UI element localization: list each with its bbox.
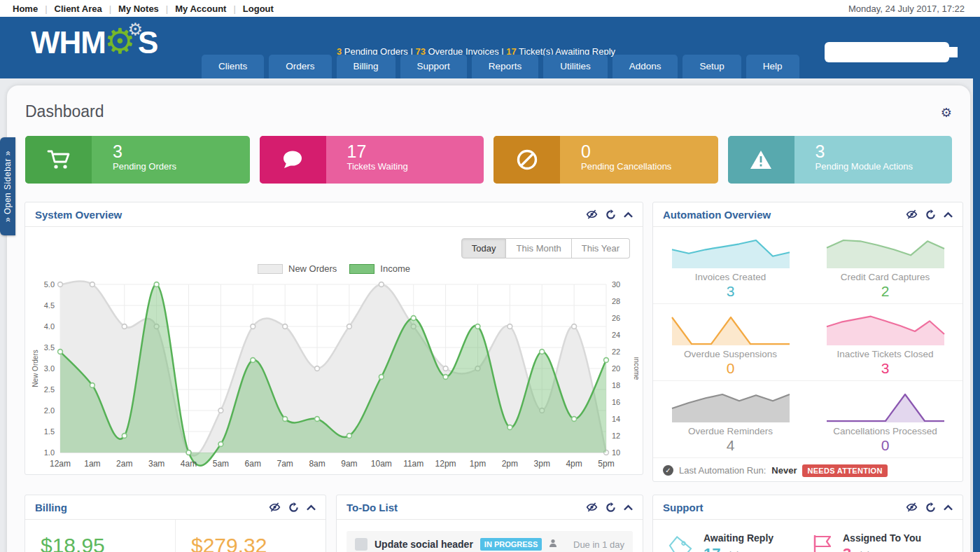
todo-body: Update social headerIN PROGRESSDue in 1 … (337, 519, 643, 552)
open-sidebar-label: » Open Sidebar » (3, 151, 13, 222)
stat-label: Pending Orders (113, 161, 250, 172)
automation-metric-value: 0 (881, 437, 890, 454)
svg-text:3am: 3am (148, 459, 164, 469)
automation-metric-value: 3 (881, 360, 890, 377)
support-stat-text: Awaiting Reply17 Tickets (704, 532, 774, 552)
svg-text:18: 18 (612, 381, 620, 389)
nav-tab-billing[interactable]: Billing (337, 55, 396, 78)
todo-checkbox[interactable] (355, 538, 368, 551)
billing-title: Billing (35, 502, 67, 513)
support-stat-assigned-to-you[interactable]: Assigned To You3 Tickets (811, 532, 955, 552)
nav-tab-help[interactable]: Help (746, 55, 799, 78)
nav-tab-orders[interactable]: Orders (269, 55, 331, 78)
hide-widget-eye-slash-icon[interactable] (906, 502, 918, 512)
billing-amount: $279.32 (191, 534, 326, 552)
topbar-link-my-account[interactable]: My Account (175, 4, 226, 14)
search-input[interactable] (834, 47, 958, 57)
automation-overview-title: Automation Overview (663, 209, 771, 221)
topbar-link-my-notes[interactable]: My Notes (118, 4, 159, 14)
svg-text:3.5: 3.5 (44, 343, 55, 352)
range-button-this-year[interactable]: This Year (572, 238, 630, 258)
refresh-icon[interactable] (925, 209, 936, 220)
last-automation-run-value: Never (771, 465, 797, 476)
system-overview-chart: 1.01.52.02.53.03.54.04.55.01012141618202… (29, 277, 638, 475)
svg-text:22: 22 (612, 347, 620, 356)
range-button-today[interactable]: Today (461, 238, 507, 258)
todo-item-row[interactable]: Update social headerIN PROGRESSDue in 1 … (346, 531, 633, 552)
topbar-link-home[interactable]: Home (13, 4, 38, 14)
automation-metric-value: 0 (727, 360, 735, 377)
stat-card-body: 17Tickets Waiting (326, 136, 484, 184)
cart-icon (25, 136, 92, 184)
topbar-link-client-area[interactable]: Client Area (55, 4, 102, 14)
needs-attention-badge[interactable]: NEEDS ATTENTION (802, 464, 887, 477)
refresh-icon[interactable] (288, 502, 299, 513)
stat-card-pending-orders[interactable]: 3Pending Orders (25, 136, 250, 184)
header-search (825, 42, 949, 62)
panel-action-icons (586, 502, 633, 513)
whmcs-logo[interactable]: WHM⚙⚙S (31, 25, 158, 60)
svg-text:New Orders: New Orders (31, 350, 39, 387)
svg-text:26: 26 (612, 314, 620, 322)
dashboard-settings-gear-icon[interactable]: ⚙ (941, 105, 952, 120)
collapse-chevron-up-icon[interactable] (307, 504, 316, 511)
range-button-this-month[interactable]: This Month (506, 238, 571, 258)
svg-text:10am: 10am (371, 459, 392, 469)
stat-cards-row: 3Pending Orders17Tickets Waiting0Pending… (25, 136, 952, 184)
refresh-icon[interactable] (606, 502, 616, 513)
topbar-link-logout[interactable]: Logout (243, 4, 274, 14)
refresh-icon[interactable] (925, 502, 936, 513)
separator: | (166, 4, 168, 14)
billing-panel: Billing $18.95$279.32 (24, 495, 326, 552)
legend-item: New Orders (258, 263, 337, 274)
todo-header: To-Do List (337, 495, 643, 519)
system-overview-title: System Overview (35, 209, 122, 221)
stat-value: 3 (113, 142, 250, 161)
automation-metric-label: Overdue Suspensions (684, 349, 777, 359)
svg-text:14: 14 (612, 415, 620, 423)
support-stat-text: Assigned To You3 Tickets (843, 532, 921, 552)
logo-text-pre: WHM (31, 25, 106, 60)
svg-text:11am: 11am (403, 459, 424, 469)
automation-cell-inactive-tickets-closed: Inactive Tickets Closed3 (808, 304, 962, 381)
refresh-icon[interactable] (606, 209, 616, 220)
stat-label: Pending Cancellations (581, 161, 718, 172)
nav-tab-reports[interactable]: Reports (472, 55, 538, 78)
automation-sparkline-grid: Invoices Created3Credit Card Captures2Ov… (653, 227, 962, 458)
stat-card-tickets-waiting[interactable]: 17Tickets Waiting (260, 136, 484, 184)
collapse-chevron-up-icon[interactable] (624, 504, 633, 511)
hide-widget-eye-slash-icon[interactable] (906, 209, 918, 219)
svg-text:1.0: 1.0 (44, 448, 55, 457)
assigned-user-icon (549, 538, 557, 551)
stat-card-pending-module-actions[interactable]: 3Pending Module Actions (728, 136, 953, 184)
automation-overview-body: Invoices Created3Credit Card Captures2Ov… (653, 226, 962, 482)
separator: | (233, 4, 235, 14)
nav-tab-support[interactable]: Support (400, 55, 467, 78)
automation-metric-label: Cancellations Processed (833, 426, 937, 436)
separator: | (109, 4, 111, 14)
last-automation-run-label: Last Automation Run: (679, 465, 766, 476)
open-sidebar-tab[interactable]: » Open Sidebar » (0, 137, 15, 235)
todo-due-text: Due in 1 day (573, 539, 624, 550)
collapse-chevron-up-icon[interactable] (624, 212, 633, 218)
stat-card-pending-cancellations[interactable]: 0Pending Cancellations (493, 136, 718, 184)
hide-widget-eye-slash-icon[interactable] (269, 502, 281, 512)
collapse-chevron-up-icon[interactable] (944, 504, 953, 511)
separator: | (45, 4, 47, 14)
nav-tab-clients[interactable]: Clients (202, 55, 264, 78)
hide-widget-eye-slash-icon[interactable] (586, 209, 598, 219)
svg-text:4.0: 4.0 (44, 322, 55, 331)
svg-text:12am: 12am (50, 459, 71, 469)
support-stat-count: 3 Tickets (843, 545, 921, 552)
automation-metric-value: 3 (727, 283, 735, 300)
hide-widget-eye-slash-icon[interactable] (586, 502, 598, 512)
collapse-chevron-up-icon[interactable] (944, 212, 953, 218)
nav-tab-utilities[interactable]: Utilities (543, 55, 608, 78)
support-stat-awaiting-reply[interactable]: Awaiting Reply17 Tickets (666, 532, 811, 552)
billing-column: $18.95 (25, 520, 176, 552)
logo-small-gear-icon: ⚙ (127, 20, 142, 39)
nav-tab-setup[interactable]: Setup (682, 55, 741, 78)
nav-tab-addons[interactable]: Addons (612, 55, 678, 78)
top-utility-bar: Home|Client Area|My Notes|My Account|Log… (0, 0, 980, 17)
stat-value: 17 (347, 142, 484, 161)
